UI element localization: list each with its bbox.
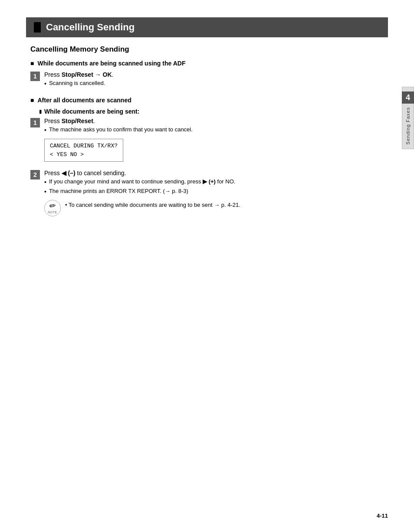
subsection-after-heading: After all documents are scanned [30, 97, 388, 104]
subsection-adf: While documents are being scanned using … [26, 60, 388, 89]
step-1-bold2: OK [103, 71, 112, 78]
side-tab: 4 Sending Faxes [402, 87, 414, 149]
step-number-1: 1 [30, 72, 40, 81]
step-1-sent-suffix: . [93, 117, 95, 124]
step-1-sent-bullet1: The machine asks you to confirm that you… [44, 126, 388, 134]
step-1-sent-text: Press Stop/Reset. [44, 117, 388, 124]
step-2-bullet1-symbol: ▶ (+) [203, 178, 216, 185]
step-2-sent-content: Press ◀ (–) to cancel sending. If you ch… [44, 170, 388, 216]
step-2-sent-text: Press ◀ (–) to cancel sending. [44, 170, 388, 176]
step-2-sent-bullets: If you change your mind and want to cont… [44, 178, 388, 195]
section-heading: Cancelling Memory Sending [30, 45, 388, 54]
side-tab-text: Sending Faxes [405, 107, 411, 144]
step-2-sent: 2 Press ◀ (–) to cancel sending. If you … [30, 170, 388, 216]
step-2-bullet2-text: The machine prints an ERROR TX REPORT. (… [49, 188, 188, 194]
step-1-suffix: . [112, 71, 114, 78]
page-number: 4-11 [377, 512, 388, 519]
step-1-sent-bullets: The machine asks you to confirm that you… [44, 126, 388, 134]
step-2-bullet1-suffix: for NO. [216, 178, 236, 185]
note-text: • To cancel sending while documents are … [65, 202, 240, 208]
step-2-prefix: Press [44, 170, 62, 176]
subsection-adf-heading: While documents are being scanned using … [30, 60, 388, 67]
step-2-bullet2: The machine prints an ERROR TX REPORT. (… [44, 188, 388, 196]
step-1-bold1: Stop/Reset [62, 71, 93, 78]
pencil-icon: ✏ [49, 202, 56, 210]
step-2-bullet1-prefix: If you change your mind and want to cont… [49, 178, 203, 185]
step-1-arrow: → [93, 71, 103, 78]
note-icon: ✏ NOTE [44, 200, 61, 216]
step-2-suffix: to cancel sending. [76, 170, 126, 176]
step-1-sent-prefix: Press [44, 117, 62, 124]
step-1-prefix: Press [44, 71, 62, 78]
step-number-1-sent: 1 [30, 118, 40, 127]
code-block: CANCEL DURING TX/RX? < YES NO > [44, 139, 123, 162]
step-1-adf: 1 Press Stop/Reset → OK. Scanning is can… [30, 71, 388, 89]
step-2-bullet1: If you change your mind and want to cont… [44, 178, 388, 186]
step-1-adf-bullets: Scanning is cancelled. [44, 80, 388, 88]
step-1-sent-content: Press Stop/Reset. The machine asks you t… [44, 117, 388, 165]
subsection-being-sent-heading: While documents are being sent: [39, 108, 388, 115]
code-line2: < YES NO > [50, 150, 118, 159]
title-text: Cancelling Sending [46, 22, 135, 33]
step-1-adf-content: Press Stop/Reset → OK. Scanning is cance… [44, 71, 388, 89]
step-1-sent-bold: Stop/Reset [62, 117, 93, 124]
step-1-adf-text: Press Stop/Reset → OK. [44, 71, 388, 78]
step-2-symbol: ◀ (–) [62, 170, 76, 176]
subsection-after-scan: After all documents are scanned While do… [26, 97, 388, 216]
page-title: Cancelling Sending [26, 17, 388, 37]
step-number-2-sent: 2 [30, 170, 40, 180]
code-line1: CANCEL DURING TX/RX? [50, 142, 118, 150]
step-1-adf-bullet1: Scanning is cancelled. [44, 80, 388, 88]
note-label: NOTE [48, 211, 57, 214]
note-block: ✏ NOTE • To cancel sending while documen… [44, 200, 388, 216]
side-tab-number: 4 [402, 91, 414, 104]
step-1-sent: 1 Press Stop/Reset. The machine asks you… [30, 117, 388, 165]
page-container: Cancelling Sending Cancelling Memory Sen… [0, 0, 414, 532]
